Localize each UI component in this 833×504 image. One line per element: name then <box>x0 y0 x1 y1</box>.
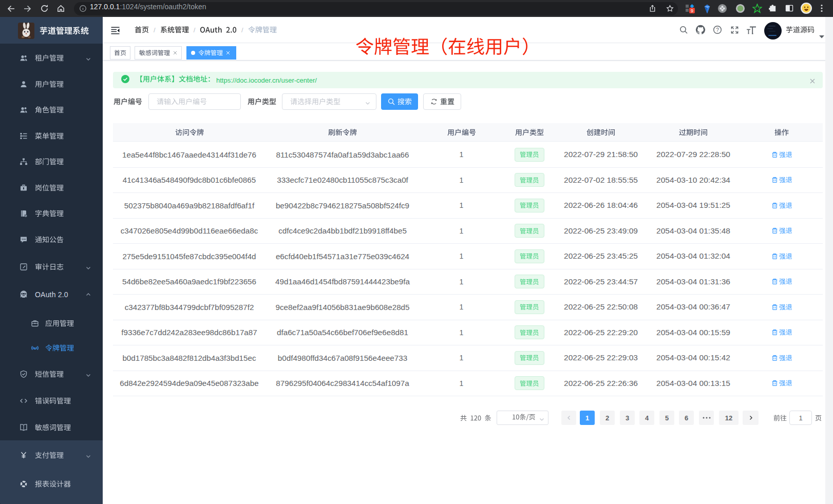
svg-text:?: ? <box>716 27 719 33</box>
svg-text:9: 9 <box>691 8 693 13</box>
svg-text:a: a <box>34 346 36 350</box>
